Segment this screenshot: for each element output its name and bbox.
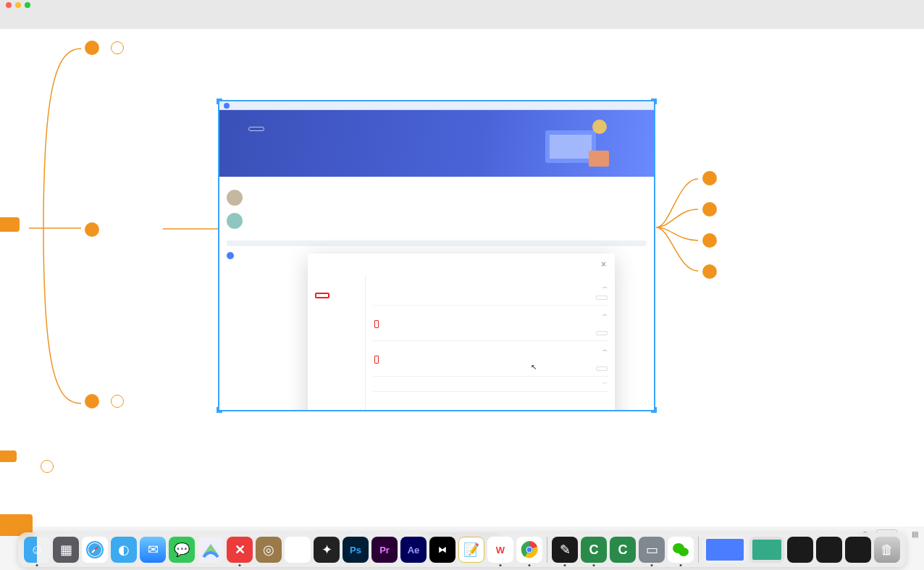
launchpad-icon[interactable]: ▦ xyxy=(53,537,79,563)
subnode-daren-select[interactable] xyxy=(702,171,723,185)
share-icon xyxy=(907,17,917,25)
embedded-image-node[interactable]: × ︿ xyxy=(218,100,655,411)
cursor-icon: ↖ xyxy=(531,363,537,371)
notification-item: ︿ xyxy=(373,278,609,306)
number-badge xyxy=(85,394,99,408)
maps-icon[interactable] xyxy=(198,537,224,563)
info-icon xyxy=(224,103,230,109)
fullscreen-window-icon[interactable] xyxy=(25,2,30,8)
close-icon[interactable]: × xyxy=(601,259,606,269)
minimized-window[interactable] xyxy=(845,537,871,563)
promo-banner xyxy=(219,110,654,177)
subnode-daren-supply[interactable] xyxy=(85,222,105,237)
camtasia-icon[interactable]: C xyxy=(610,537,636,563)
mail-icon[interactable]: ✉ xyxy=(140,537,166,563)
svg-point-10 xyxy=(526,547,532,553)
wps-icon[interactable]: W xyxy=(487,537,513,563)
zen-button[interactable] xyxy=(888,17,898,26)
view-mindmap-button[interactable] xyxy=(7,17,17,26)
chevron-up-icon[interactable]: ︿ xyxy=(602,311,608,318)
sidebar-item-coop[interactable] xyxy=(308,288,365,304)
dock-separator xyxy=(698,537,699,563)
photoshop-icon[interactable]: Ps xyxy=(343,537,369,563)
banner-cta-button[interactable] xyxy=(248,127,264,131)
chevron-up-icon[interactable]: ︿ xyxy=(602,283,608,290)
notification-modal: × ︿ xyxy=(308,253,615,410)
number-badge xyxy=(85,222,99,237)
premiere-icon[interactable]: Pr xyxy=(371,537,398,563)
todo-icon[interactable]: ✕ xyxy=(227,537,253,563)
number-badge xyxy=(702,202,717,217)
sidebar-item-survey[interactable] xyxy=(308,313,365,322)
dock-separator xyxy=(547,537,547,563)
mindmap-canvas[interactable]: × ︿ xyxy=(0,29,924,527)
sidebar-item-platform[interactable] xyxy=(308,304,365,313)
number-badge xyxy=(85,41,99,55)
subnode-daren-recruit[interactable] xyxy=(702,202,723,217)
embed-body: × ︿ xyxy=(219,177,654,410)
safari-icon[interactable] xyxy=(82,537,108,563)
trash-icon[interactable]: 🗑 xyxy=(874,537,900,563)
banner-illustration xyxy=(538,116,618,171)
chevron-down-icon[interactable]: ﹀ xyxy=(602,380,608,387)
svg-rect-3 xyxy=(589,151,609,167)
format-panel-icon[interactable]: ▤ xyxy=(912,530,918,538)
app-icon[interactable]: ✎ xyxy=(552,537,578,563)
close-window-icon[interactable] xyxy=(6,2,12,8)
boundary-button[interactable] xyxy=(483,17,493,26)
topic-icon xyxy=(413,17,424,25)
share-button[interactable] xyxy=(907,17,917,26)
notes-icon[interactable]: 📝 xyxy=(458,537,484,563)
number-badge xyxy=(702,233,717,248)
note-button[interactable] xyxy=(500,17,511,26)
view-button[interactable] xyxy=(596,296,608,300)
minimized-window[interactable] xyxy=(749,537,784,563)
subnode-leader-recruit[interactable] xyxy=(702,233,723,248)
minimized-window[interactable] xyxy=(703,537,747,563)
camtasia-icon[interactable]: C xyxy=(581,537,607,563)
minimized-window[interactable] xyxy=(816,537,842,563)
subnode-guess-like[interactable] xyxy=(85,41,130,55)
embedded-screenshot: × ︿ xyxy=(219,101,654,410)
outline-icon xyxy=(26,17,36,25)
minimized-window[interactable] xyxy=(787,537,813,563)
aftereffects-icon[interactable]: Ae xyxy=(400,537,427,563)
toolbar-left-group xyxy=(7,17,36,26)
number-badge xyxy=(702,171,717,185)
topic-button[interactable] xyxy=(413,17,424,26)
app-icon[interactable]: ◎ xyxy=(256,537,282,563)
messages-icon[interactable]: 💬 xyxy=(169,537,195,563)
subtopic-button[interactable] xyxy=(431,17,441,26)
note-icon xyxy=(500,17,511,25)
calendar-icon[interactable] xyxy=(285,537,311,563)
connector-lines xyxy=(163,225,219,233)
subnode-search-ecom[interactable] xyxy=(85,394,130,408)
chrome-icon[interactable] xyxy=(516,537,542,563)
wechat-icon[interactable] xyxy=(668,537,694,563)
view-button[interactable] xyxy=(596,331,608,335)
chevron-up-icon[interactable]: ︿ xyxy=(602,346,608,353)
mindmap-icon xyxy=(7,17,17,25)
app-icon[interactable]: ▭ xyxy=(639,537,665,563)
notification-item: ﹀ xyxy=(373,377,609,392)
avatar xyxy=(227,213,243,229)
view-outline-button[interactable] xyxy=(26,17,36,26)
notification-item: ︿ xyxy=(373,306,609,341)
root-node-2[interactable] xyxy=(0,450,17,462)
root-node-1[interactable] xyxy=(0,217,20,232)
capcut-icon[interactable]: ⧓ xyxy=(429,537,455,563)
toolbar-right-group xyxy=(888,17,917,26)
view-button[interactable] xyxy=(596,366,608,371)
relationship-button[interactable] xyxy=(448,17,458,26)
subnode-merchant-invite[interactable] xyxy=(702,264,723,279)
qq-browser-icon[interactable]: ◐ xyxy=(111,537,137,563)
app-icon[interactable]: ✦ xyxy=(314,537,340,563)
connector-lines xyxy=(29,43,87,413)
finder-icon[interactable]: ☺ xyxy=(24,537,50,563)
minimize-window-icon[interactable] xyxy=(15,2,21,8)
modal-sidebar xyxy=(308,275,366,410)
relationship-icon xyxy=(448,17,458,25)
toolbar-center-group xyxy=(413,17,511,26)
summary-button[interactable] xyxy=(466,17,476,26)
sidebar-item-store[interactable] xyxy=(308,280,365,288)
